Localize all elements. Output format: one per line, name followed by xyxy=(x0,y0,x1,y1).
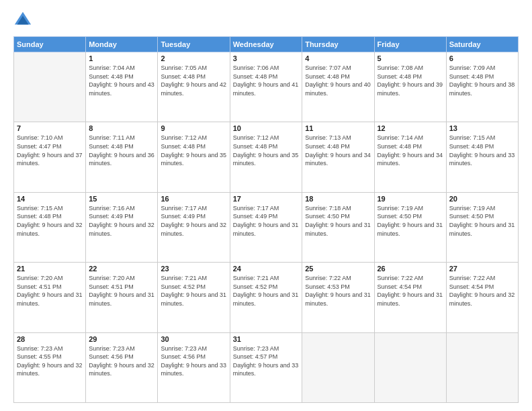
day-info: Sunrise: 7:22 AMSunset: 4:54 PMDaylight:… xyxy=(449,274,515,308)
day-info: Sunrise: 7:15 AMSunset: 4:48 PMDaylight:… xyxy=(17,204,83,238)
weekday-header-sunday: Sunday xyxy=(14,37,86,52)
calendar-cell: 19Sunrise: 7:19 AMSunset: 4:50 PMDayligh… xyxy=(374,192,446,262)
weekday-header-thursday: Thursday xyxy=(302,37,374,52)
calendar-cell: 25Sunrise: 7:22 AMSunset: 4:53 PMDayligh… xyxy=(302,263,374,332)
calendar-cell: 20Sunrise: 7:19 AMSunset: 4:50 PMDayligh… xyxy=(446,192,518,262)
weekday-header-tuesday: Tuesday xyxy=(158,37,230,52)
day-info: Sunrise: 7:08 AMSunset: 4:48 PMDaylight:… xyxy=(378,64,443,97)
day-info: Sunrise: 7:20 AMSunset: 4:51 PMDaylight:… xyxy=(89,274,154,308)
calendar-week-2: 14Sunrise: 7:15 AMSunset: 4:48 PMDayligh… xyxy=(14,192,519,262)
day-number: 17 xyxy=(233,195,299,203)
calendar-cell: 1Sunrise: 7:04 AMSunset: 4:48 PMDaylight… xyxy=(86,52,158,122)
calendar-cell: 4Sunrise: 7:07 AMSunset: 4:48 PMDaylight… xyxy=(302,52,374,122)
day-info: Sunrise: 7:14 AMSunset: 4:48 PMDaylight:… xyxy=(378,134,443,167)
day-info: Sunrise: 7:18 AMSunset: 4:50 PMDaylight:… xyxy=(305,204,371,238)
calendar-cell: 30Sunrise: 7:23 AMSunset: 4:56 PMDayligh… xyxy=(158,332,230,402)
day-number: 15 xyxy=(89,195,154,203)
calendar-week-1: 7Sunrise: 7:10 AMSunset: 4:47 PMDaylight… xyxy=(14,122,519,192)
calendar-body: 1Sunrise: 7:04 AMSunset: 4:48 PMDaylight… xyxy=(14,52,519,403)
day-info: Sunrise: 7:19 AMSunset: 4:50 PMDaylight:… xyxy=(378,204,443,238)
day-info: Sunrise: 7:21 AMSunset: 4:52 PMDaylight:… xyxy=(161,274,226,308)
logo xyxy=(13,11,35,30)
calendar-header: SundayMondayTuesdayWednesdayThursdayFrid… xyxy=(14,37,519,52)
day-info: Sunrise: 7:20 AMSunset: 4:51 PMDaylight:… xyxy=(17,274,83,308)
day-number: 18 xyxy=(305,195,371,203)
weekday-header-friday: Friday xyxy=(374,37,446,52)
calendar-cell: 2Sunrise: 7:05 AMSunset: 4:48 PMDaylight… xyxy=(158,52,230,122)
day-info: Sunrise: 7:22 AMSunset: 4:54 PMDaylight:… xyxy=(378,274,443,308)
day-info: Sunrise: 7:21 AMSunset: 4:52 PMDaylight:… xyxy=(233,274,299,308)
day-info: Sunrise: 7:13 AMSunset: 4:48 PMDaylight:… xyxy=(305,134,371,167)
day-info: Sunrise: 7:23 AMSunset: 4:55 PMDaylight:… xyxy=(17,345,83,378)
day-number: 23 xyxy=(161,265,226,273)
calendar-cell: 23Sunrise: 7:21 AMSunset: 4:52 PMDayligh… xyxy=(158,263,230,332)
calendar-week-0: 1Sunrise: 7:04 AMSunset: 4:48 PMDaylight… xyxy=(14,52,519,122)
calendar-week-3: 21Sunrise: 7:20 AMSunset: 4:51 PMDayligh… xyxy=(14,263,519,332)
calendar-cell: 24Sunrise: 7:21 AMSunset: 4:52 PMDayligh… xyxy=(230,263,302,332)
day-number: 10 xyxy=(233,124,299,132)
calendar-cell: 11Sunrise: 7:13 AMSunset: 4:48 PMDayligh… xyxy=(302,122,374,192)
day-info: Sunrise: 7:17 AMSunset: 4:49 PMDaylight:… xyxy=(161,204,226,238)
calendar-cell: 27Sunrise: 7:22 AMSunset: 4:54 PMDayligh… xyxy=(446,263,518,332)
day-number: 14 xyxy=(17,195,83,203)
day-info: Sunrise: 7:07 AMSunset: 4:48 PMDaylight:… xyxy=(305,64,371,97)
calendar-cell: 8Sunrise: 7:11 AMSunset: 4:48 PMDaylight… xyxy=(86,122,158,192)
calendar-cell xyxy=(14,52,86,122)
day-number: 6 xyxy=(449,54,515,62)
day-info: Sunrise: 7:23 AMSunset: 4:56 PMDaylight:… xyxy=(161,345,226,378)
calendar-cell: 31Sunrise: 7:23 AMSunset: 4:57 PMDayligh… xyxy=(230,332,302,402)
day-number: 8 xyxy=(89,124,154,132)
calendar-cell: 29Sunrise: 7:23 AMSunset: 4:56 PMDayligh… xyxy=(86,332,158,402)
calendar-cell: 14Sunrise: 7:15 AMSunset: 4:48 PMDayligh… xyxy=(14,192,86,262)
day-number: 7 xyxy=(17,124,83,132)
day-number: 11 xyxy=(305,124,371,132)
day-info: Sunrise: 7:23 AMSunset: 4:56 PMDaylight:… xyxy=(89,345,154,378)
day-info: Sunrise: 7:12 AMSunset: 4:48 PMDaylight:… xyxy=(233,134,299,167)
day-info: Sunrise: 7:22 AMSunset: 4:53 PMDaylight:… xyxy=(305,274,371,308)
day-number: 19 xyxy=(378,195,443,203)
day-number: 9 xyxy=(161,124,226,132)
calendar-cell: 21Sunrise: 7:20 AMSunset: 4:51 PMDayligh… xyxy=(14,263,86,332)
calendar-cell: 6Sunrise: 7:09 AMSunset: 4:48 PMDaylight… xyxy=(446,52,518,122)
day-number: 5 xyxy=(378,54,443,62)
day-info: Sunrise: 7:10 AMSunset: 4:47 PMDaylight:… xyxy=(17,134,83,167)
calendar-cell: 28Sunrise: 7:23 AMSunset: 4:55 PMDayligh… xyxy=(14,332,86,402)
day-number: 27 xyxy=(449,265,515,273)
day-number: 22 xyxy=(89,265,154,273)
weekday-header-monday: Monday xyxy=(86,37,158,52)
calendar-cell: 13Sunrise: 7:15 AMSunset: 4:48 PMDayligh… xyxy=(446,122,518,192)
day-number: 1 xyxy=(89,54,154,62)
day-number: 25 xyxy=(305,265,371,273)
day-number: 20 xyxy=(449,195,515,203)
day-number: 13 xyxy=(449,124,515,132)
day-info: Sunrise: 7:15 AMSunset: 4:48 PMDaylight:… xyxy=(449,134,515,167)
day-number: 31 xyxy=(233,335,299,343)
calendar-cell: 3Sunrise: 7:06 AMSunset: 4:48 PMDaylight… xyxy=(230,52,302,122)
calendar-cell xyxy=(374,332,446,402)
calendar-cell: 22Sunrise: 7:20 AMSunset: 4:51 PMDayligh… xyxy=(86,263,158,332)
day-number: 24 xyxy=(233,265,299,273)
weekday-row: SundayMondayTuesdayWednesdayThursdayFrid… xyxy=(14,37,519,52)
calendar-cell: 17Sunrise: 7:17 AMSunset: 4:49 PMDayligh… xyxy=(230,192,302,262)
day-number: 16 xyxy=(161,195,226,203)
day-info: Sunrise: 7:17 AMSunset: 4:49 PMDaylight:… xyxy=(233,204,299,238)
day-number: 2 xyxy=(161,54,226,62)
day-info: Sunrise: 7:09 AMSunset: 4:48 PMDaylight:… xyxy=(449,64,515,97)
calendar-week-4: 28Sunrise: 7:23 AMSunset: 4:55 PMDayligh… xyxy=(14,332,519,402)
calendar-cell: 15Sunrise: 7:16 AMSunset: 4:49 PMDayligh… xyxy=(86,192,158,262)
calendar-cell: 5Sunrise: 7:08 AMSunset: 4:48 PMDaylight… xyxy=(374,52,446,122)
calendar-cell: 12Sunrise: 7:14 AMSunset: 4:48 PMDayligh… xyxy=(374,122,446,192)
calendar-cell: 16Sunrise: 7:17 AMSunset: 4:49 PMDayligh… xyxy=(158,192,230,262)
header xyxy=(13,11,519,30)
weekday-header-saturday: Saturday xyxy=(446,37,518,52)
calendar-cell: 18Sunrise: 7:18 AMSunset: 4:50 PMDayligh… xyxy=(302,192,374,262)
calendar-cell xyxy=(446,332,518,402)
day-number: 12 xyxy=(378,124,443,132)
day-number: 3 xyxy=(233,54,299,62)
day-number: 30 xyxy=(161,335,226,343)
weekday-header-wednesday: Wednesday xyxy=(230,37,302,52)
day-info: Sunrise: 7:06 AMSunset: 4:48 PMDaylight:… xyxy=(233,64,299,97)
logo-icon xyxy=(13,11,32,30)
day-number: 21 xyxy=(17,265,83,273)
day-info: Sunrise: 7:12 AMSunset: 4:48 PMDaylight:… xyxy=(161,134,226,167)
